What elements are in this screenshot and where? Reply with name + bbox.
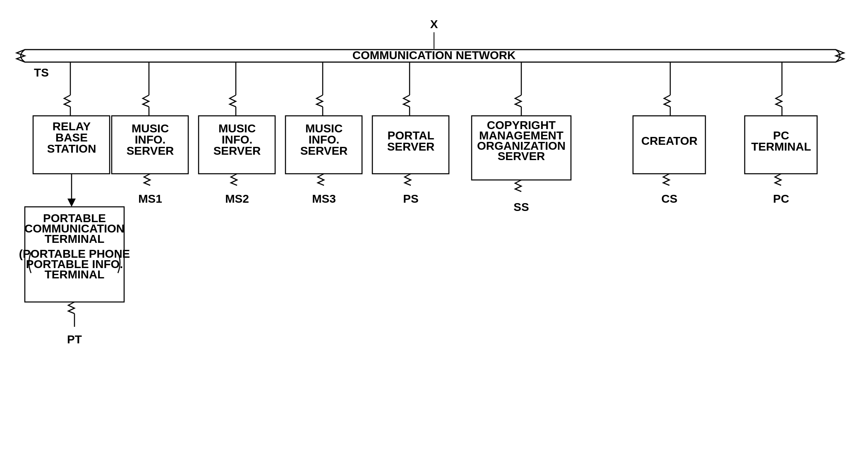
diagram-container: X COMMUNICATION NETWORK TS RELAY BASE ST… [0,0,868,472]
svg-text:TERMINAL: TERMINAL [45,232,105,245]
pt-ref-label: PT [67,333,82,346]
svg-text:TERMINAL: TERMINAL [45,268,105,281]
cs-ref-label: CS [662,192,678,205]
network-x-label: X [430,18,438,31]
pc-ref-label: PC [773,192,789,205]
svg-text:SERVER: SERVER [498,150,545,163]
svg-text:SERVER: SERVER [300,144,348,157]
svg-text:STATION: STATION [47,142,96,155]
svg-text:CREATOR: CREATOR [641,134,698,147]
network-label: COMMUNICATION NETWORK [352,49,516,62]
ms2-ref-label: MS2 [225,192,249,205]
svg-text:SERVER: SERVER [387,140,435,153]
ss-ref-label: SS [513,201,529,213]
svg-marker-10 [67,199,76,207]
ps-ref-label: PS [403,192,418,205]
ms3-ref-label: MS3 [312,192,336,205]
svg-text:SERVER: SERVER [213,144,261,157]
svg-text:SERVER: SERVER [127,144,174,157]
ms1-ref-label: MS1 [138,192,162,205]
svg-text:TERMINAL: TERMINAL [751,140,811,153]
ts-ref-label: TS [34,66,49,79]
